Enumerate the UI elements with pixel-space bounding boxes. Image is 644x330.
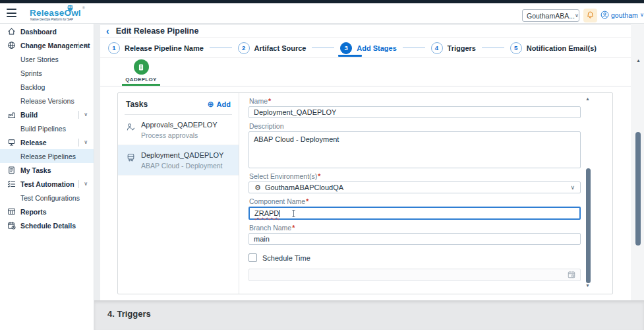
project-selector-dropdown[interactable]: GouthamABA... ∨ bbox=[522, 9, 579, 22]
deployment-icon bbox=[126, 152, 136, 162]
sidebar-item-sprints[interactable]: Sprints bbox=[0, 66, 94, 80]
chevron-down-icon[interactable]: ∨ bbox=[84, 112, 88, 117]
task-item-deployment-qadeploy[interactable]: Deployment_QADEPLOYABAP Cloud - Deployme… bbox=[118, 145, 239, 176]
sidebar-item-label: Release Versions bbox=[20, 97, 74, 105]
add-task-label: Add bbox=[217, 100, 231, 108]
description-textarea[interactable]: ABAP Cloud - Deployment bbox=[249, 131, 581, 168]
sidebar-item-label: My Tasks bbox=[20, 166, 51, 174]
approvals-icon bbox=[126, 122, 136, 132]
add-circle-icon: ⊕ bbox=[208, 100, 214, 108]
stepper-step-add-stages[interactable]: 3Add Stages bbox=[340, 38, 397, 57]
app-logo: ReleaseOwl ® Native DevOps Platform for … bbox=[30, 3, 96, 23]
triggers-section-title: 4. Triggers bbox=[107, 309, 151, 319]
page-header: ‹ Edit Release Pipeline bbox=[100, 25, 631, 38]
schedule-time-checkbox[interactable] bbox=[249, 253, 257, 262]
step-connector bbox=[210, 48, 232, 48]
stage-tab-active-underline bbox=[122, 84, 160, 86]
component-label: Component Name* bbox=[249, 197, 581, 205]
sidebar-item-build-pipelines[interactable]: Build Pipelines bbox=[0, 121, 94, 135]
step-number: 5 bbox=[510, 42, 522, 54]
wizard-stepper: 1Release Pipeline Name2Artifact Source3A… bbox=[100, 38, 631, 58]
calendar-icon bbox=[568, 269, 575, 281]
sidebar-item-reports[interactable]: Reports bbox=[0, 205, 94, 218]
task-item-approvals-qadeploy[interactable]: Approvals_QADEPLOYProcess approvals bbox=[118, 115, 239, 145]
sidebar-item-label: Release bbox=[20, 139, 47, 147]
sidebar-item-label: Dashboard bbox=[20, 28, 57, 36]
stepper-step-artifact-source[interactable]: 2Artifact Source bbox=[238, 38, 307, 57]
sidebar-item-dashboard[interactable]: Dashboard bbox=[0, 24, 94, 38]
step-number: 3 bbox=[340, 42, 352, 54]
chevron-down-icon: ∨ bbox=[570, 185, 575, 191]
chevron-down-icon[interactable]: ∨ bbox=[84, 182, 88, 187]
schedule-time-row[interactable]: Schedule Time bbox=[249, 253, 581, 262]
expand-control: ∨ bbox=[78, 38, 88, 52]
stepper-step-release-pipeline-name[interactable]: 1Release Pipeline Name bbox=[108, 38, 204, 57]
user-menu[interactable]: goutham ∨ bbox=[600, 9, 644, 21]
stage-icon bbox=[134, 59, 149, 75]
sidebar-item-label: Schedule Details bbox=[20, 222, 76, 230]
form-scroll-down-arrow[interactable]: ▼ bbox=[585, 283, 590, 288]
sidebar-item-test-automation[interactable]: Test Automation∨ bbox=[0, 177, 94, 191]
divider bbox=[78, 180, 79, 188]
task-name: Approvals_QADEPLOY bbox=[141, 121, 218, 129]
step-number: 2 bbox=[238, 42, 250, 54]
sidebar-item-label: Build Pipelines bbox=[20, 125, 66, 133]
sidebar-item-label: Test Configurations bbox=[20, 194, 80, 202]
form-scroll-up-arrow[interactable]: ▲ bbox=[585, 96, 590, 101]
stage-tab-qadeploy[interactable]: QADEPLOY bbox=[121, 59, 161, 86]
stepper-step-triggers[interactable]: 4Triggers bbox=[431, 38, 476, 57]
user-avatar-icon bbox=[600, 11, 609, 20]
back-button[interactable]: ‹ bbox=[106, 26, 109, 36]
sidebar-item-change-management[interactable]: Change Management∨ bbox=[0, 38, 94, 52]
release-icon bbox=[7, 138, 16, 147]
globe-icon bbox=[7, 41, 16, 50]
sidebar-item-label: Release Pipelines bbox=[20, 152, 76, 160]
step-label: Artifact Source bbox=[254, 44, 307, 52]
sidebar-item-label: User Stories bbox=[20, 55, 59, 63]
sidebar-item-backlog[interactable]: Backlog bbox=[0, 80, 94, 94]
branch-input[interactable]: main bbox=[249, 233, 581, 245]
step-connector bbox=[403, 48, 425, 48]
sidebar-item-schedule-details[interactable]: Schedule Details bbox=[0, 218, 94, 232]
environment-select[interactable]: ⚙ GouthamABAPCloudQA ∨ bbox=[249, 182, 581, 193]
tasks-title: Tasks bbox=[126, 100, 148, 109]
notifications-button[interactable] bbox=[583, 9, 597, 22]
active-step-underline bbox=[338, 55, 362, 57]
component-value: ZRAPD bbox=[254, 209, 279, 217]
page-title: Edit Release Pipeline bbox=[116, 26, 199, 36]
user-name: goutham bbox=[611, 11, 638, 19]
stepper-step-notification-email-s[interactable]: 5Notification Email(s) bbox=[510, 38, 597, 57]
form-scrollbar-thumb[interactable] bbox=[586, 168, 591, 283]
sidebar-item-my-tasks[interactable]: My Tasks bbox=[0, 163, 94, 177]
description-label: Description bbox=[249, 122, 581, 130]
hamburger-menu-icon[interactable] bbox=[7, 9, 16, 17]
name-input[interactable]: Deployment_QADEPLOY bbox=[249, 106, 581, 118]
registered-mark: ® bbox=[82, 6, 85, 10]
chevron-down-icon[interactable]: ∨ bbox=[84, 43, 88, 48]
chevron-down-icon: ∨ bbox=[640, 13, 644, 18]
schedule-date-input[interactable] bbox=[249, 269, 581, 281]
tasks-panel-header: Tasks ⊕ Add bbox=[125, 93, 232, 115]
schedule-time-label: Schedule Time bbox=[262, 254, 310, 262]
sidebar-item-release-pipelines[interactable]: Release Pipelines bbox=[0, 149, 94, 163]
task-description: Process approvals bbox=[141, 131, 218, 139]
main-content: ‹ Edit Release Pipeline 1Release Pipelin… bbox=[100, 25, 631, 300]
step-connector bbox=[312, 48, 334, 48]
bell-icon bbox=[586, 10, 595, 22]
sidebar-item-test-configurations[interactable]: Test Configurations bbox=[0, 191, 94, 205]
sidebar-item-label: Sprints bbox=[20, 69, 42, 77]
page-scrollbar-thumb[interactable] bbox=[635, 132, 641, 246]
tasks-panel: Tasks ⊕ Add Approvals_QADEPLOYProcess ap… bbox=[118, 93, 239, 294]
sidebar-item-release-versions[interactable]: Release Versions bbox=[0, 94, 94, 108]
sidebar-item-build[interactable]: Build∨ bbox=[0, 108, 94, 121]
project-selector-value: GouthamABA... bbox=[527, 12, 575, 20]
component-input[interactable]: ZRAPD bbox=[249, 207, 581, 220]
logo-tagline: Native DevOps Platform for SAP bbox=[30, 18, 73, 21]
sidebar-item-release[interactable]: Release∨ bbox=[0, 135, 94, 149]
sidebar-item-user-stories[interactable]: User Stories bbox=[0, 52, 94, 66]
task-name: Deployment_QADEPLOY bbox=[141, 151, 223, 159]
add-task-button[interactable]: ⊕ Add bbox=[208, 100, 231, 108]
chevron-down-icon[interactable]: ∨ bbox=[84, 140, 88, 145]
page-scroll-up-arrow[interactable]: ▲ bbox=[635, 58, 642, 63]
app-window: ReleaseOwl ® Native DevOps Platform for … bbox=[0, 0, 644, 330]
